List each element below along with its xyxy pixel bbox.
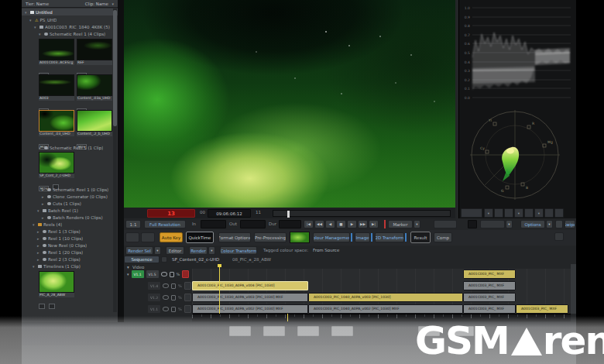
record-mode-button[interactable] [434,220,457,228]
timeline-playhead[interactable] [219,264,220,314]
result-view-button[interactable]: Result [410,232,431,243]
track-visibility-eye-icon[interactable] [161,272,167,276]
clip-thumbnail-image[interactable] [39,152,74,173]
proxy-button[interactable]: 1:1 [125,220,141,228]
expand-icon[interactable]: ▸ [37,229,41,234]
preprocessing-button[interactable]: Pre-Processing [254,232,287,242]
timeline-clip[interactable]: A001C003_PIC_ MXF [463,293,516,302]
track-collapse-icon[interactable]: ▾ [127,272,129,276]
clip-thumbnail-image[interactable] [77,39,112,60]
sequence-lock-button[interactable] [161,256,167,263]
collapse-icon[interactable]: ▾ [39,32,43,36]
expand-icon[interactable]: ▸ [42,194,46,199]
image-fx-button[interactable]: Image [355,232,370,242]
stop-button[interactable]: ■ [336,220,346,228]
expand-icon[interactable]: ▸ [42,215,46,220]
track-edit-hand-icon[interactable] [171,295,176,300]
collapse-icon[interactable]: ▾ [37,208,41,213]
scope-option-button[interactable]: ▾ [534,208,544,218]
scope-option-button[interactable] [544,208,554,218]
expand-icon[interactable]: ▸ [42,201,46,206]
options-button[interactable]: Options [520,220,545,228]
collapse-icon[interactable]: ▾ [33,264,36,269]
collapse-icon[interactable]: ▾ [33,222,36,227]
clip-thumbnail-image[interactable] [77,74,112,96]
render-sel-dropdown[interactable]: ▾ [154,246,161,255]
timecode-display[interactable]: 09:06:06:12 [208,209,251,218]
sidebar-scrollbar-track[interactable] [113,9,117,312]
dur-field[interactable] [279,220,301,228]
comp-view-button[interactable]: Comp [434,232,452,242]
track-edit-hand-icon[interactable] [171,283,176,289]
clip-thumbnail-image[interactable] [39,271,74,293]
scope-option-button[interactable] [524,208,534,218]
timeline-clip[interactable]: A001C003_PIC_ MXF [516,304,568,314]
track-record-button[interactable] [184,282,191,290]
fx-tool-button[interactable] [141,232,155,242]
go-to-start-button[interactable]: |◀ [304,220,314,228]
fx-extra-button[interactable] [554,232,564,241]
collapse-icon[interactable]: ▾ [34,25,38,29]
track-edit-hand-icon[interactable] [171,307,176,312]
sequence-name[interactable]: SP_Content_02_c-UHD [172,257,219,262]
clip-header-dropdown-icon[interactable]: ▾ [112,2,114,6]
track-visibility-eye-icon[interactable] [163,307,169,311]
track-record-button[interactable] [184,305,191,313]
track-opacity-icon[interactable]: % [178,295,182,300]
scope-option-button[interactable] [504,208,513,218]
track-edit-hand-icon[interactable] [170,272,174,277]
format-dropdown[interactable]: QuickTime [186,232,214,243]
track-opacity-icon[interactable]: % [178,307,182,311]
clip-thumbnail-image[interactable] [77,110,112,132]
sequence-name-secondary[interactable]: 08_PIC_a_28_ABW [232,257,271,262]
timeline-clip-selected[interactable]: A001C003_PIC_1030_A0PA_v004 [PIC_1030] [192,281,308,290]
expand-icon[interactable]: ▸ [42,187,46,192]
collapse-icon[interactable]: ▾ [39,146,43,150]
auto-key-button[interactable]: Auto Key [160,232,183,242]
timeline-clip[interactable]: A001C003_PIC_1030_A0PA_v003 [PIC_1030] M… [192,293,308,302]
viewer-image[interactable] [124,0,455,208]
go-to-end-button[interactable]: ▶| [369,220,379,228]
zoom-tool-button[interactable] [555,220,563,228]
scope-option-button[interactable] [494,208,503,218]
frame-counter[interactable]: 13 [147,209,195,218]
transform-2d-button[interactable]: 2D Transform [375,232,404,242]
timeline-clip[interactable]: A001C003_PIC_ MXF [463,281,516,290]
track-record-button[interactable] [182,270,189,278]
timeline-clip[interactable]: A001C003_PIC_1040_A0PA_v003 [PIC_1030] [308,293,463,302]
track-name-v1-2[interactable]: V1.2 [148,294,160,301]
tier-header-label[interactable]: Tier: Name [26,2,49,6]
scrub-bar[interactable] [273,210,451,217]
tagged-colour-space-value[interactable]: From Source [313,248,339,252]
timeline-clip[interactable]: A001C003_PIC_ MXF [463,304,516,314]
tree-item-ps-uhd[interactable]: ▾ ⚠ PS_UHD [22,16,125,23]
channel-field[interactable] [468,220,477,228]
scope-option-button[interactable] [554,208,564,218]
scope-option-button[interactable]: ▾ [484,208,493,218]
marker-button[interactable]: Marker [388,220,413,228]
sidebar-scrollbar-thumb[interactable] [113,10,117,126]
swipe-button[interactable]: Swipe [565,220,575,228]
track-patch-v1-1[interactable]: V1.1 [132,270,144,278]
track-visibility-eye-icon[interactable] [163,283,169,288]
track-opacity-icon[interactable]: % [177,272,180,276]
tree-item-untitled[interactable]: ▾ Untitled [22,9,121,15]
track-name-v1-1[interactable]: V1.1 [148,305,160,313]
clip-header-label[interactable]: Clip: Name [85,2,108,6]
render-button[interactable]: Render [189,246,208,255]
timeline-clip[interactable]: A001C003_PIC_1030_A0PA_v002 [PIC_1030] M… [192,304,308,314]
render-dropdown[interactable]: ▾ [208,246,215,255]
options-dropdown-button[interactable]: ▾ [546,220,553,228]
track-opacity-icon[interactable]: % [178,283,182,288]
rewind-button[interactable]: ◀◀ [314,220,324,228]
out-field[interactable] [240,220,266,228]
fast-forward-button[interactable]: ▶▶ [358,220,368,228]
sequence-tab[interactable]: Sequence [124,256,160,263]
scrub-position-marker[interactable] [287,211,290,218]
resolution-button[interactable]: Full Resolution [144,220,186,228]
clip-thumbnail-image[interactable] [39,110,74,132]
render-sel-button[interactable]: Render Sel [125,246,153,255]
view-dropdown-button[interactable]: ▾ [506,220,513,228]
timeline-playhead-handle[interactable] [218,264,221,267]
expand-icon[interactable]: ▸ [37,236,41,241]
